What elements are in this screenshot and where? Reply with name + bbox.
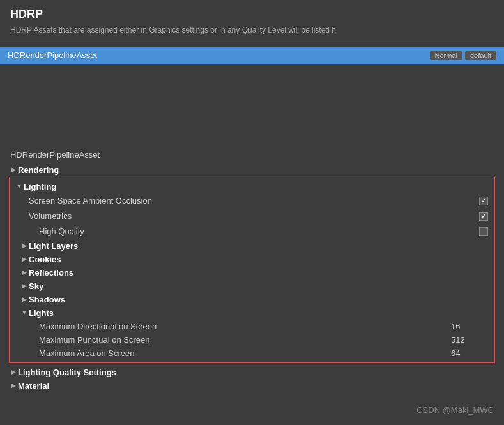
- lighting-quality-arrow-icon: ▶: [9, 368, 18, 377]
- rendering-label: Rendering: [18, 165, 59, 175]
- ssao-label: Screen Space Ambient Occlusion: [29, 196, 478, 205]
- page-title: HDRP: [10, 8, 494, 21]
- asset-row[interactable]: HDRenderPipelineAsset Normal default: [0, 47, 504, 64]
- max-area-value[interactable]: 64: [451, 348, 489, 358]
- reflections-arrow-icon: ▶: [20, 268, 29, 277]
- bottom-sections: ▶ Lighting Quality Settings ▶ Material: [0, 366, 504, 392]
- lighting-label: Lighting: [24, 182, 56, 191]
- material-arrow-icon: ▶: [9, 381, 18, 390]
- reflections-row[interactable]: ▶ Reflections: [10, 266, 494, 280]
- shadows-row[interactable]: ▶ Shadows: [10, 293, 494, 306]
- light-layers-label: Light Layers: [29, 241, 78, 251]
- lighting-arrow-icon: ▼: [15, 182, 24, 191]
- lighting-quality-label: Lighting Quality Settings: [18, 368, 116, 377]
- header-description: HDRP Assets that are assigned either in …: [10, 25, 494, 36]
- light-layers-row[interactable]: ▶ Light Layers: [10, 239, 494, 253]
- asset-row-name: HDRenderPipelineAsset: [8, 50, 97, 60]
- reflections-label: Reflections: [29, 268, 73, 278]
- cookies-arrow-icon: ▶: [20, 255, 29, 264]
- rendering-arrow-icon: ▶: [9, 165, 18, 174]
- ssao-checkbox[interactable]: [478, 195, 489, 207]
- high-quality-label: High Quality: [39, 227, 478, 236]
- lights-arrow-icon: ▼: [20, 308, 29, 317]
- ssao-checkbox-box[interactable]: [479, 197, 488, 205]
- max-directional-row: Maximum Directional on Screen 16: [10, 320, 494, 333]
- volumetrics-label: Volumetrics: [29, 211, 478, 221]
- high-quality-row: High Quality: [10, 224, 494, 239]
- lighting-header-row[interactable]: ▼ Lighting: [10, 180, 494, 193]
- high-quality-checkbox[interactable]: [478, 226, 489, 237]
- cookies-label: Cookies: [29, 255, 61, 264]
- lighting-section: ▼ Lighting Screen Space Ambient Occlusio…: [9, 177, 495, 363]
- shadows-arrow-icon: ▶: [20, 295, 29, 304]
- badge-default: default: [465, 51, 496, 60]
- sky-arrow-icon: ▶: [20, 281, 29, 290]
- material-label: Material: [18, 381, 49, 391]
- max-directional-label: Maximum Directional on Screen: [39, 322, 451, 331]
- cookies-row[interactable]: ▶ Cookies: [10, 253, 494, 266]
- sky-row[interactable]: ▶ Sky: [10, 280, 494, 293]
- max-directional-value[interactable]: 16: [451, 322, 489, 331]
- header-section: HDRP HDRP Assets that are assigned eithe…: [0, 0, 504, 41]
- material-row[interactable]: ▶ Material: [9, 379, 495, 392]
- lighting-quality-row[interactable]: ▶ Lighting Quality Settings: [9, 366, 495, 379]
- shadows-label: Shadows: [29, 295, 65, 304]
- max-punctual-label: Maximum Punctual on Screen: [39, 335, 451, 345]
- lights-label: Lights: [29, 308, 54, 318]
- high-quality-checkbox-box[interactable]: [479, 227, 488, 236]
- volumetrics-checkbox-box[interactable]: [479, 212, 488, 221]
- ssao-row: Screen Space Ambient Occlusion: [10, 193, 494, 209]
- badge-normal: Normal: [430, 51, 462, 60]
- max-area-row: Maximum Area on Screen 64: [10, 347, 494, 360]
- asset-label: HDRenderPipelineAsset: [0, 146, 504, 163]
- empty-area: [0, 70, 504, 146]
- max-area-label: Maximum Area on Screen: [39, 348, 451, 358]
- lights-row[interactable]: ▼ Lights: [10, 306, 494, 320]
- asset-row-badges: Normal default: [430, 51, 496, 60]
- light-layers-arrow-icon: ▶: [20, 241, 29, 250]
- volumetrics-row: Volumetrics: [10, 209, 494, 224]
- volumetrics-checkbox[interactable]: [478, 211, 489, 222]
- rendering-row[interactable]: ▶ Rendering: [0, 163, 504, 177]
- sky-label: Sky: [29, 281, 43, 291]
- watermark: CSDN @Maki_MWC: [416, 405, 494, 415]
- max-punctual-row: Maximum Punctual on Screen 512: [10, 333, 494, 347]
- max-punctual-value[interactable]: 512: [451, 335, 489, 345]
